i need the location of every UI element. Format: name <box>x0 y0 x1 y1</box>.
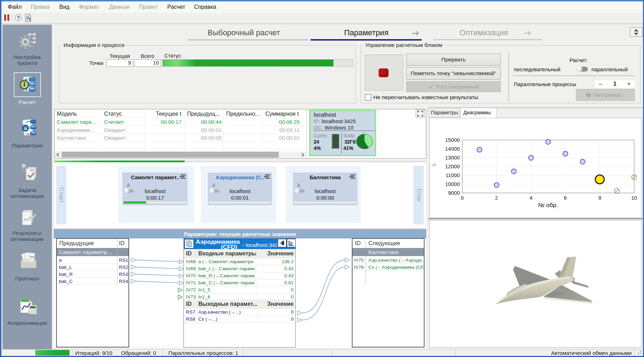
svg-text:6: 6 <box>564 195 567 201</box>
svg-text:L: L <box>430 163 436 166</box>
svg-text:a: a <box>24 126 27 131</box>
svg-text:4: 4 <box>530 195 532 201</box>
svg-text:2: 2 <box>495 195 498 201</box>
svg-text:8: 8 <box>598 195 601 201</box>
svg-text:10000: 10000 <box>445 181 460 187</box>
svg-text:13000: 13000 <box>445 155 460 161</box>
svg-text:12000: 12000 <box>445 163 460 169</box>
svg-text:9000: 9000 <box>448 190 460 196</box>
svg-text:14000: 14000 <box>445 146 460 152</box>
svg-text:0: 0 <box>461 195 464 201</box>
svg-text:10: 10 <box>631 195 637 201</box>
svg-text:15000: 15000 <box>445 137 460 143</box>
svg-text:№ обр.: № обр. <box>538 202 558 208</box>
svg-text:11000: 11000 <box>445 172 460 178</box>
